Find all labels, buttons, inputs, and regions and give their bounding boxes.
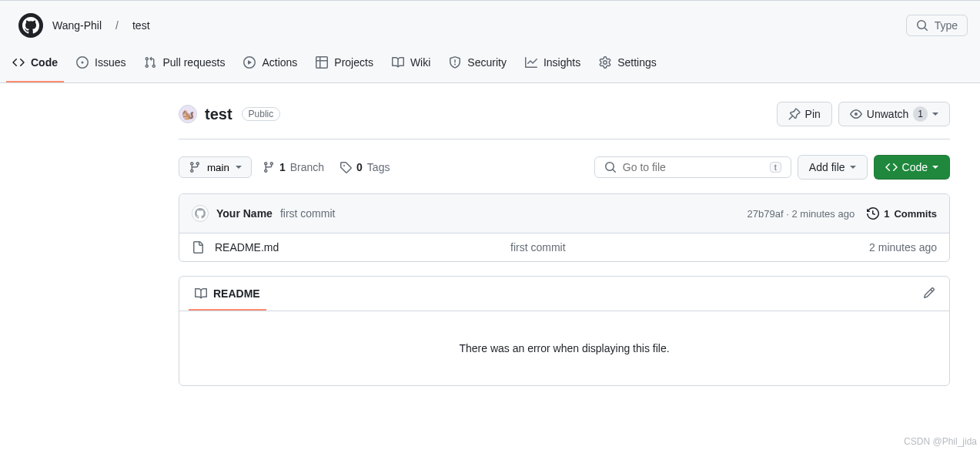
commit-author[interactable]: Your Name (216, 207, 273, 220)
commit-time: 2 minutes ago (791, 208, 855, 220)
tab-pulls-label: Pull requests (162, 56, 225, 69)
breadcrumb-separator: / (115, 19, 119, 32)
file-finder[interactable]: t (594, 156, 791, 178)
github-logo[interactable] (18, 13, 43, 38)
tags-link[interactable]: 0 Tags (335, 158, 394, 176)
eye-icon (850, 108, 862, 120)
book-icon (195, 287, 207, 300)
pin-button[interactable]: Pin (777, 102, 832, 126)
branches-link[interactable]: 1 Branch (258, 158, 329, 176)
commits-link[interactable]: 1 Commits (867, 207, 937, 220)
tab-actions-label: Actions (262, 56, 297, 69)
gear-icon (599, 56, 611, 69)
tab-code[interactable]: Code (6, 50, 64, 82)
tab-wiki-label: Wiki (410, 56, 430, 69)
commit-sha[interactable]: 27b79af (748, 208, 784, 220)
app-header: Wang-Phil / test Type Code Issues Pull r… (0, 0, 980, 83)
pin-icon (788, 108, 801, 120)
tab-wiki[interactable]: Wiki (386, 50, 436, 82)
code-icon (12, 56, 25, 69)
issue-icon (76, 56, 89, 69)
git-branch-icon (263, 161, 275, 173)
tab-projects[interactable]: Projects (309, 50, 380, 82)
readme-tab-label: README (213, 287, 260, 300)
repo-header: 🐿️ test Public Pin Unwatch 1 (179, 102, 950, 139)
file-icon (192, 241, 204, 254)
pin-label: Pin (805, 106, 821, 122)
readme-tabs: README (179, 277, 949, 311)
shield-icon (449, 56, 461, 69)
global-search[interactable]: Type (906, 15, 968, 36)
commit-message[interactable]: first commit (280, 207, 336, 220)
play-icon (243, 56, 256, 69)
repo-title: test (205, 106, 232, 123)
file-link[interactable]: README.md (215, 241, 279, 254)
pencil-icon (923, 287, 935, 299)
readme-tab[interactable]: README (189, 277, 266, 311)
header-row: Wang-Phil / test Type (0, 13, 980, 50)
tab-issues-label: Issues (95, 56, 125, 69)
add-file-button[interactable]: Add file (798, 155, 868, 180)
table-icon (316, 56, 328, 69)
book-icon (392, 56, 404, 69)
file-row: README.md first commit 2 minutes ago (179, 233, 949, 261)
caret-down-icon (932, 112, 938, 116)
readme-body: There was an error when displaying this … (179, 311, 949, 385)
pull-request-icon (144, 56, 156, 69)
tab-security[interactable]: Security (443, 50, 513, 82)
branches-label: Branch (290, 161, 324, 173)
branch-selector[interactable]: main (179, 156, 252, 178)
file-finder-input[interactable] (623, 161, 764, 173)
caret-down-icon (236, 166, 242, 169)
search-placeholder: Type (935, 19, 958, 32)
tab-actions[interactable]: Actions (237, 50, 303, 82)
history-icon (867, 207, 879, 220)
repo-actions: Pin Unwatch 1 (777, 102, 950, 126)
breadcrumb-repo[interactable]: test (132, 19, 150, 32)
readme-box: README There was an error when displayin… (179, 276, 950, 386)
tab-pulls[interactable]: Pull requests (138, 50, 231, 82)
watch-count: 1 (913, 106, 928, 122)
git-branch-icon (189, 161, 201, 173)
file-finder-kbd: t (770, 162, 781, 173)
file-name: README.md (215, 241, 500, 254)
search-icon (916, 19, 928, 32)
readme-error-text: There was an error when displaying this … (459, 342, 669, 354)
search-icon (604, 161, 617, 173)
file-listing: Your Name first commit 27b79af · 2 minut… (179, 193, 950, 262)
tab-issues[interactable]: Issues (70, 50, 132, 82)
code-button[interactable]: Code (874, 155, 950, 180)
file-commit-message[interactable]: first commit (510, 241, 858, 254)
commit-author-avatar[interactable] (192, 205, 209, 222)
tab-projects-label: Projects (334, 56, 373, 69)
watch-label: Unwatch (867, 106, 908, 122)
tag-icon (339, 161, 352, 173)
breadcrumb-owner[interactable]: Wang-Phil (52, 19, 102, 32)
commit-meta: 27b79af · 2 minutes ago 1 Commits (748, 207, 937, 220)
branches-count: 1 (279, 161, 286, 173)
tab-settings-label: Settings (617, 56, 657, 69)
graph-icon (525, 56, 537, 69)
caret-down-icon (932, 166, 938, 169)
mark-github-icon (195, 208, 206, 219)
branch-name: main (207, 162, 229, 173)
owner-avatar[interactable]: 🐿️ (179, 105, 197, 123)
tab-insights[interactable]: Insights (519, 50, 587, 82)
mark-github-icon (22, 17, 39, 34)
tab-code-label: Code (31, 56, 58, 69)
tab-insights-label: Insights (544, 56, 580, 69)
tags-count: 0 (356, 161, 363, 173)
tab-settings[interactable]: Settings (593, 50, 663, 82)
tags-label: Tags (367, 161, 390, 173)
repo-nav: Code Issues Pull requests Actions Projec… (0, 50, 980, 82)
visibility-badge: Public (242, 107, 281, 121)
add-file-label: Add file (809, 160, 845, 175)
caret-down-icon (850, 166, 856, 169)
tab-security-label: Security (467, 56, 507, 69)
watch-button[interactable]: Unwatch 1 (838, 102, 950, 126)
latest-commit-row: Your Name first commit 27b79af · 2 minut… (179, 194, 949, 233)
edit-readme-button[interactable] (918, 282, 940, 306)
commits-label: Commits (894, 208, 937, 220)
main-content: 🐿️ test Public Pin Unwatch 1 main 1 Bran… (0, 83, 980, 386)
code-icon (885, 161, 898, 173)
